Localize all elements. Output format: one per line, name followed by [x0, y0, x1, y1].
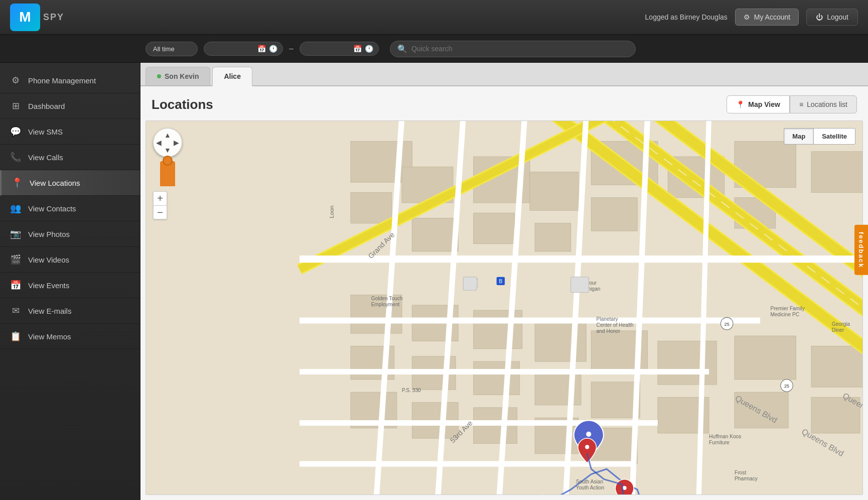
video-icon: 🎬	[10, 254, 21, 265]
svg-rect-10	[591, 198, 637, 231]
time-filter-select[interactable]: All time Today Last 7 days Last 30 days …	[146, 42, 198, 56]
svg-point-95	[586, 432, 591, 437]
gear-icon: ⚙	[744, 13, 750, 21]
quick-search-input[interactable]	[411, 45, 628, 53]
locations-list-button[interactable]: ≡ Locations list	[790, 95, 857, 113]
svg-rect-28	[591, 382, 640, 418]
satellite-toggle-button[interactable]: Satellite	[813, 128, 855, 145]
sidebar-item-view-photos[interactable]: 📷 View Photos	[0, 221, 140, 247]
sidebar-item-view-emails[interactable]: ✉ View E-mails	[0, 298, 140, 324]
quick-search-wrap: 🔍	[390, 41, 636, 57]
content-area: Son Kevin Alice Locations 📍 Map View ≡ L…	[140, 63, 868, 500]
sidebar-item-phone-management[interactable]: ⚙ Phone Management	[0, 68, 140, 93]
map-toggle-button[interactable]: Map	[784, 128, 813, 145]
logo-icon: M	[10, 4, 40, 31]
locations-page: Locations 📍 Map View ≡ Locations list	[140, 86, 868, 500]
map-view-button[interactable]: 📍 Map View	[727, 95, 790, 113]
zoom-controls: + −	[153, 191, 182, 219]
svg-text:Golden Touch: Golden Touch	[371, 296, 403, 301]
svg-rect-6	[474, 213, 515, 243]
svg-text:South Asian: South Asian	[576, 479, 603, 484]
date-to-wrap: 📅 🕐	[300, 42, 379, 56]
navigation-control: ▲ ▼ ◀ ▶	[153, 128, 182, 157]
svg-text:25: 25	[784, 384, 789, 389]
sidebar-label: View E-mails	[28, 307, 71, 315]
logo: M SPY	[10, 4, 64, 31]
svg-rect-2	[351, 193, 392, 223]
svg-text:Medicine PC: Medicine PC	[770, 312, 799, 317]
location-icon: 📍	[12, 177, 23, 188]
zoom-in-button[interactable]: +	[153, 191, 167, 205]
logged-as-text: Logged as Birney Douglas	[645, 13, 728, 21]
calendar-icon-from: 📅	[257, 45, 266, 53]
svg-text:Furniture: Furniture	[709, 440, 730, 445]
date-from-wrap: 📅 🕐	[204, 42, 283, 56]
toolbar: All time Today Last 7 days Last 30 days …	[0, 35, 868, 63]
svg-rect-22	[474, 361, 520, 395]
sidebar-item-view-calls[interactable]: 📞 View Calls	[0, 145, 140, 170]
sidebar-item-view-locations[interactable]: 📍 View Locations	[0, 170, 140, 196]
view-toggle: 📍 Map View ≡ Locations list	[727, 95, 857, 113]
svg-point-96	[585, 445, 589, 449]
svg-text:Planetary: Planetary	[597, 316, 619, 322]
feedback-label[interactable]: feedback	[854, 225, 868, 275]
sidebar-item-view-videos[interactable]: 🎬 View Videos	[0, 247, 140, 273]
svg-text:P.S. 330: P.S. 330	[402, 388, 421, 393]
svg-text:Center of Health: Center of Health	[597, 322, 634, 328]
svg-rect-4	[412, 218, 458, 252]
clock-icon-from: 🕐	[269, 45, 277, 53]
device-tabs: Son Kevin Alice	[140, 63, 868, 86]
clock-icon-to: 🕐	[365, 45, 373, 53]
svg-text:Employment: Employment	[371, 302, 400, 307]
contacts-icon: 👥	[10, 203, 21, 214]
sidebar-item-dashboard[interactable]: ⊞ Dashboard	[0, 93, 140, 119]
online-indicator	[157, 74, 161, 78]
date-from-input[interactable]	[209, 45, 254, 53]
pegman-control[interactable]	[160, 161, 175, 186]
tab-son-kevin[interactable]: Son Kevin	[146, 67, 210, 85]
grid-icon: ⊞	[10, 100, 21, 111]
date-separator: –	[289, 44, 294, 53]
svg-text:Georgia: Georgia	[832, 321, 850, 327]
logout-button[interactable]: ⏻ Logout	[806, 9, 858, 26]
svg-text:Huffman Koos: Huffman Koos	[709, 434, 741, 439]
svg-text:Premier Family: Premier Family	[770, 306, 805, 311]
svg-text:Frost: Frost	[735, 470, 746, 475]
sidebar-label: View Photos	[28, 230, 70, 238]
sidebar-label: View Events	[28, 281, 69, 290]
tab-alice[interactable]: Alice	[212, 67, 252, 86]
svg-rect-8	[535, 223, 570, 252]
svg-text:Pharmacy: Pharmacy	[735, 476, 758, 481]
sidebar-label: View Locations	[30, 179, 80, 187]
pan-right-button[interactable]: ▶	[174, 139, 179, 147]
phone-icon: 📞	[10, 152, 21, 163]
svg-rect-14	[811, 152, 862, 193]
memos-icon: 📋	[10, 331, 21, 342]
search-icon: 🔍	[397, 44, 407, 54]
svg-text:B: B	[499, 279, 502, 284]
email-icon: ✉	[10, 305, 21, 316]
locations-header: Locations 📍 Map View ≡ Locations list	[140, 86, 868, 120]
pan-up-button[interactable]: ▲	[164, 131, 171, 139]
sidebar-label: Phone Management	[28, 76, 96, 85]
sidebar-item-view-sms[interactable]: 💬 View SMS	[0, 119, 140, 145]
map-satellite-toggle: Map Satellite	[784, 128, 855, 145]
sidebar-item-view-memos[interactable]: 📋 View Memos	[0, 324, 140, 349]
map-controls: ▲ ▼ ◀ ▶ + −	[153, 128, 182, 219]
list-icon: ≡	[799, 100, 803, 108]
page-title: Locations	[152, 97, 213, 112]
map-pin-icon: 📍	[736, 100, 745, 108]
pan-down-button[interactable]: ▼	[164, 146, 171, 154]
sidebar-item-view-contacts[interactable]: 👥 View Contacts	[0, 196, 140, 221]
date-to-input[interactable]	[305, 45, 350, 53]
my-account-button[interactable]: ⚙ My Account	[735, 9, 799, 26]
pan-left-button[interactable]: ◀	[156, 139, 162, 147]
feedback-tab[interactable]: feedback	[854, 225, 868, 275]
zoom-out-button[interactable]: −	[153, 205, 167, 219]
header-right: Logged as Birney Douglas ⚙ My Account ⏻ …	[645, 9, 858, 26]
sidebar-label: View Contacts	[28, 204, 76, 213]
svg-text:Loon: Loon	[329, 206, 335, 218]
sidebar-item-view-events[interactable]: 📅 View Events	[0, 273, 140, 298]
map-container: 53rd Ave Grand Ave Queens Blvd Queens Bl…	[146, 120, 863, 495]
svg-rect-30	[658, 341, 716, 385]
